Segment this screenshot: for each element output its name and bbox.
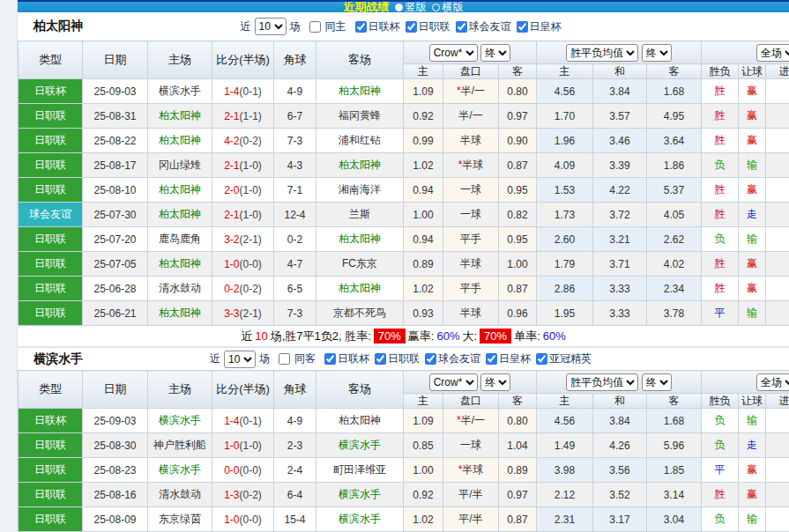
scope-select[interactable]: 全场 bbox=[756, 373, 789, 391]
league-filter[interactable]: 亚冠精英 bbox=[531, 351, 592, 366]
corner-score: 4-3 bbox=[274, 153, 316, 178]
league-filter[interactable]: 日职联 bbox=[400, 19, 450, 34]
away-team[interactable]: 柏太阳神 bbox=[316, 153, 404, 178]
home-team[interactable]: 清水鼓动 bbox=[148, 277, 212, 301]
odds-stage-select-2[interactable]: 终 bbox=[642, 44, 672, 62]
home-team[interactable]: 东京绿茵 bbox=[148, 507, 212, 532]
league-checkbox[interactable] bbox=[536, 353, 547, 365]
score: 2-1(1-0) bbox=[212, 153, 274, 178]
bookmaker-select[interactable]: Crow* bbox=[429, 373, 478, 391]
away-team[interactable]: 柏太阳神 bbox=[316, 79, 404, 104]
league-checkbox[interactable] bbox=[324, 353, 336, 365]
matches-table: 类型 日期 主场 比分(半场) 角球 客场 Crow* 终 胜平负均值 终 bbox=[18, 370, 789, 532]
avg-select[interactable]: 胜平负均值 bbox=[566, 373, 638, 391]
home-team[interactable]: 横滨水手 bbox=[148, 409, 212, 433]
result: 胜 bbox=[702, 252, 739, 277]
score: 1-0(0-0) bbox=[212, 507, 274, 532]
home-team[interactable]: 神户胜利船 bbox=[148, 433, 212, 458]
away-team[interactable]: 浦和红钻 bbox=[316, 129, 404, 153]
same-venue-checkbox[interactable] bbox=[279, 353, 290, 365]
away-team[interactable]: 柏太阳神 bbox=[316, 277, 404, 301]
bookmaker-select[interactable]: Crow* bbox=[429, 44, 478, 62]
odds-away: 0.80 bbox=[499, 79, 537, 104]
league-filter[interactable]: 球会友谊 bbox=[420, 351, 480, 366]
away-team[interactable]: 柏太阳神 bbox=[316, 409, 404, 433]
league-filter[interactable]: 日职联 bbox=[369, 351, 420, 366]
league-checkbox[interactable] bbox=[456, 21, 467, 33]
league-filter[interactable]: 日皇杯 bbox=[511, 19, 562, 34]
home-team[interactable]: 柏太阳神 bbox=[148, 104, 212, 129]
recent-results-page: 近期战绩 竖版 横版 柏太阳神 近 10 场 同主 日联杯日职联球会友谊日皇杯 bbox=[0, 0, 789, 532]
scope-select[interactable]: 全场 bbox=[756, 44, 789, 62]
handicap-result: 赢 bbox=[739, 178, 766, 203]
league-checkbox[interactable] bbox=[517, 21, 528, 33]
near-label: 近 bbox=[210, 351, 220, 366]
home-team[interactable]: 柏太阳神 bbox=[148, 178, 212, 203]
league-checkbox[interactable] bbox=[355, 21, 367, 33]
goals-cell bbox=[766, 129, 789, 153]
match-date: 25-06-21 bbox=[83, 301, 148, 326]
recent-count-select[interactable]: 10 bbox=[255, 18, 287, 35]
avg-select[interactable]: 胜平负均值 bbox=[566, 44, 638, 62]
col-date: 日期 bbox=[83, 41, 148, 79]
home-team[interactable]: 柏太阳神 bbox=[148, 252, 212, 277]
home-team[interactable]: 冈山绿雉 bbox=[148, 153, 212, 178]
league-checkbox[interactable] bbox=[375, 353, 386, 365]
stats-summary: 近10场,胜7平1负2, 胜率: 70% 赢率:60% 大: 70% 单率:60… bbox=[18, 326, 789, 347]
layout-radio-vertical[interactable]: 竖版 bbox=[395, 0, 427, 12]
away-team[interactable]: FC东京 bbox=[316, 252, 404, 277]
result: 负 bbox=[702, 153, 739, 178]
home-team[interactable]: 横滨水手 bbox=[148, 79, 212, 104]
result: 胜 bbox=[702, 79, 739, 104]
full-time-score: 1-0 bbox=[224, 258, 239, 270]
odds-home: 0.99 bbox=[404, 129, 443, 153]
layout-radio-horizontal[interactable]: 横版 bbox=[432, 0, 464, 12]
odds-stage-select-1[interactable]: 终 bbox=[480, 44, 510, 62]
league-checkbox[interactable] bbox=[486, 353, 497, 365]
away-team[interactable]: 福冈黄蜂 bbox=[316, 104, 404, 129]
handicap: 平手 bbox=[443, 227, 499, 252]
type-badge: 日职联 bbox=[19, 277, 83, 301]
league-filter[interactable]: 日联杯 bbox=[350, 19, 400, 34]
away-team[interactable]: 京都不死鸟 bbox=[316, 301, 404, 326]
match-date: 25-08-22 bbox=[83, 129, 148, 153]
odds-away: 0.80 bbox=[499, 409, 537, 433]
odds-stage-select-2[interactable]: 终 bbox=[642, 373, 672, 391]
home-team[interactable]: 柏太阳神 bbox=[148, 203, 212, 227]
score: 0-2(0-2) bbox=[212, 277, 274, 301]
odds-home: 1.00 bbox=[404, 203, 443, 227]
home-team[interactable]: 横滨水手 bbox=[148, 458, 212, 483]
away-team[interactable]: 柏太阳神 bbox=[316, 227, 404, 252]
handicap: 半/一 bbox=[443, 104, 499, 129]
league-checkbox[interactable] bbox=[406, 21, 417, 33]
single-value: 60% bbox=[543, 329, 566, 343]
odds-away: 0.95 bbox=[499, 178, 537, 203]
away-team[interactable]: 兰斯 bbox=[316, 203, 404, 227]
away-team[interactable]: 町田泽维亚 bbox=[316, 458, 404, 483]
handicap: 平手 bbox=[443, 277, 499, 301]
layout-horizontal-label: 横版 bbox=[443, 0, 464, 12]
recent-count-select[interactable]: 10 bbox=[224, 351, 256, 368]
type-badge: 日联杯 bbox=[19, 409, 83, 433]
away-team[interactable]: 横滨水手 bbox=[316, 483, 404, 507]
handicap-win-value: 60% bbox=[436, 329, 459, 343]
full-time-score: 3-3 bbox=[224, 307, 239, 320]
away-team[interactable]: 湘南海洋 bbox=[316, 178, 404, 203]
home-team[interactable]: 清水鼓动 bbox=[148, 483, 212, 507]
home-team[interactable]: 鹿岛鹿角 bbox=[148, 227, 212, 252]
score: 2-0(1-0) bbox=[212, 178, 274, 203]
home-team[interactable]: 柏太阳神 bbox=[148, 129, 212, 153]
same-venue-checkbox[interactable] bbox=[309, 21, 321, 33]
league-filter[interactable]: 日皇杯 bbox=[480, 351, 531, 366]
handicap-result: 走 bbox=[739, 203, 766, 227]
away-team[interactable]: 横滨水手 bbox=[316, 433, 404, 458]
league-filter[interactable]: 球会友谊 bbox=[450, 19, 511, 34]
radio-selected-icon bbox=[395, 4, 403, 11]
away-team[interactable]: 横滨水手 bbox=[316, 507, 404, 532]
home-team[interactable]: 柏太阳神 bbox=[148, 301, 212, 326]
half-time-score: (1-1) bbox=[240, 110, 262, 122]
league-filter[interactable]: 日联杯 bbox=[319, 351, 369, 366]
win-rate-badge: 70% bbox=[374, 329, 406, 344]
league-checkbox[interactable] bbox=[425, 353, 436, 365]
odds-stage-select-1[interactable]: 终 bbox=[480, 373, 510, 391]
